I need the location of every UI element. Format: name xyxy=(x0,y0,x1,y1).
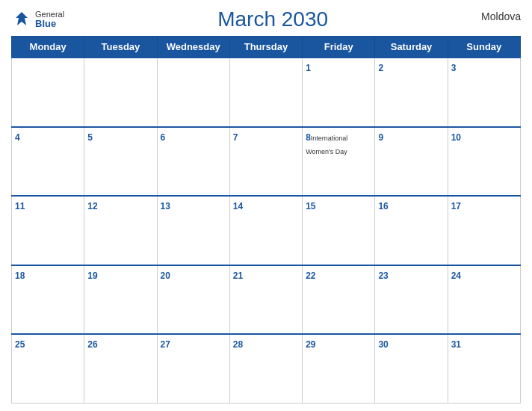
day-number: 9 xyxy=(378,132,383,143)
day-number: 31 xyxy=(451,339,461,350)
day-number: 22 xyxy=(306,271,315,281)
day-number: 6 xyxy=(161,132,166,143)
day-number: 1 xyxy=(306,63,311,73)
logo-bird-icon xyxy=(11,9,32,30)
table-row: 27 xyxy=(157,334,229,404)
logo-text: General Blue xyxy=(35,10,64,28)
day-number: 10 xyxy=(451,132,461,143)
day-number: 19 xyxy=(87,271,97,281)
table-row: 9 xyxy=(375,127,448,197)
table-row: 2 xyxy=(375,58,448,127)
header-monday: Monday xyxy=(12,37,84,58)
table-row: 11 xyxy=(12,196,84,265)
table-row xyxy=(12,58,84,127)
svg-marker-0 xyxy=(16,12,28,25)
table-row: 13 xyxy=(157,196,229,265)
day-number: 26 xyxy=(87,339,97,350)
week-row-1: 123 xyxy=(12,58,521,127)
header-friday: Friday xyxy=(303,37,375,58)
header-tuesday: Tuesday xyxy=(84,37,157,58)
day-number: 14 xyxy=(233,201,243,211)
country-label: Moldova xyxy=(481,10,521,22)
table-row: 22 xyxy=(303,265,375,335)
day-number: 25 xyxy=(15,339,25,350)
table-row: 30 xyxy=(375,334,448,404)
calendar-title: March 2030 xyxy=(217,7,328,31)
day-number: 21 xyxy=(233,271,243,281)
day-number: 4 xyxy=(15,132,20,143)
week-row-3: 11121314151617 xyxy=(12,196,521,265)
header-saturday: Saturday xyxy=(375,37,448,58)
day-number: 16 xyxy=(378,201,388,211)
table-row: 7 xyxy=(229,127,302,197)
header-sunday: Sunday xyxy=(448,37,520,58)
day-number: 20 xyxy=(161,271,170,281)
calendar-table: Monday Tuesday Wednesday Thursday Friday… xyxy=(11,36,521,404)
table-row: 29 xyxy=(303,334,375,404)
header-thursday: Thursday xyxy=(229,37,302,58)
week-row-5: 25262728293031 xyxy=(12,334,521,404)
table-row: 3 xyxy=(448,58,520,127)
day-number: 17 xyxy=(451,201,461,211)
table-row xyxy=(229,58,302,127)
table-row: 18 xyxy=(12,265,84,335)
table-row: 5 xyxy=(84,127,157,197)
table-row: 17 xyxy=(448,196,520,265)
logo: General Blue xyxy=(11,9,64,30)
table-row: 21 xyxy=(229,265,302,335)
table-row: 6 xyxy=(157,127,229,197)
table-row: 10 xyxy=(448,127,520,197)
table-row: 20 xyxy=(157,265,229,335)
table-row: 28 xyxy=(229,334,302,404)
table-row: 16 xyxy=(375,196,448,265)
table-row xyxy=(157,58,229,127)
day-number: 24 xyxy=(451,271,461,281)
week-row-2: 45678International Women's Day910 xyxy=(12,127,521,197)
day-number: 7 xyxy=(233,132,238,143)
calendar-header: General Blue March 2030 Moldova xyxy=(11,7,521,31)
table-row: 15 xyxy=(303,196,375,265)
day-number: 12 xyxy=(87,201,97,211)
day-number: 3 xyxy=(451,63,457,73)
day-number: 29 xyxy=(306,339,315,350)
weekday-header-row: Monday Tuesday Wednesday Thursday Friday… xyxy=(12,37,521,58)
table-row: 24 xyxy=(448,265,520,335)
day-number: 11 xyxy=(15,201,25,211)
day-number: 30 xyxy=(378,339,388,350)
table-row: 4 xyxy=(12,127,84,197)
header-wednesday: Wednesday xyxy=(157,37,229,58)
day-number: 23 xyxy=(378,271,388,281)
table-row: 25 xyxy=(12,334,84,404)
table-row: 12 xyxy=(84,196,157,265)
table-row: 26 xyxy=(84,334,157,404)
day-number: 2 xyxy=(378,63,383,73)
week-row-4: 18192021222324 xyxy=(12,265,521,335)
table-row: 31 xyxy=(448,334,520,404)
logo-blue: Blue xyxy=(35,19,64,28)
day-number: 15 xyxy=(306,201,315,211)
day-number: 8 xyxy=(306,132,311,143)
day-number: 13 xyxy=(161,201,170,211)
table-row: 14 xyxy=(229,196,302,265)
table-row: 19 xyxy=(84,265,157,335)
day-number: 28 xyxy=(233,339,243,350)
event-text: International Women's Day xyxy=(306,135,347,155)
table-row xyxy=(84,58,157,127)
table-row: 8International Women's Day xyxy=(303,127,375,197)
table-row: 1 xyxy=(303,58,375,127)
day-number: 5 xyxy=(87,132,93,143)
day-number: 18 xyxy=(15,271,25,281)
day-number: 27 xyxy=(161,339,170,350)
table-row: 23 xyxy=(375,265,448,335)
